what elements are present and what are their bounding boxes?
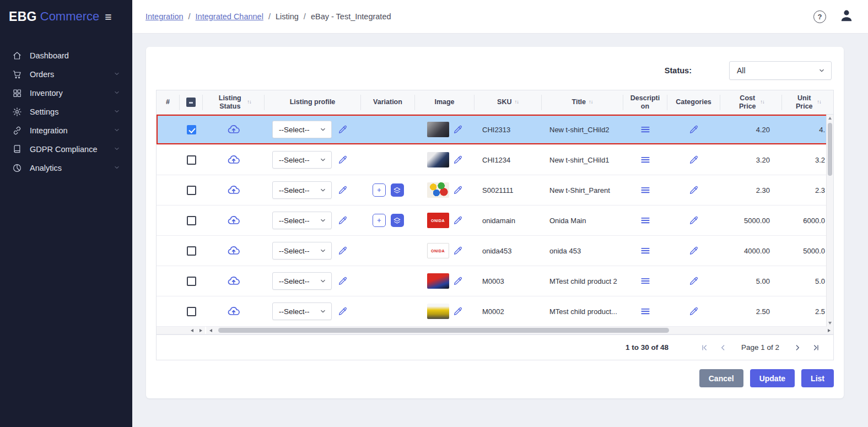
table-row[interactable]: --Select-- M0003 MTest child product 2 5… — [157, 266, 833, 296]
edit-image-icon[interactable] — [453, 215, 463, 225]
vertical-scrollbar[interactable] — [826, 115, 833, 327]
update-button[interactable]: Update — [750, 369, 795, 387]
sort-icon[interactable]: ↑↓ — [247, 99, 251, 105]
last-page-icon[interactable] — [812, 343, 821, 352]
description-icon[interactable] — [640, 185, 651, 196]
col-sku[interactable]: SKU↑↓ — [475, 95, 542, 110]
col-title[interactable]: Title↑↓ — [542, 95, 623, 110]
table-row[interactable]: --Select-- CHI2313 New t-shirt_CHild2 4.… — [157, 115, 833, 145]
listing-profile-select[interactable]: --Select-- — [272, 272, 332, 290]
sidebar-item-dashboard[interactable]: Dashboard — [0, 46, 132, 65]
listing-profile-select[interactable]: --Select-- — [272, 151, 332, 169]
edit-image-icon[interactable] — [453, 276, 463, 286]
horizontal-scroll-track[interactable] — [215, 327, 824, 334]
edit-image-icon[interactable] — [453, 306, 463, 316]
listing-status-upload-icon[interactable] — [227, 214, 240, 227]
sidebar-item-integration[interactable]: Integration — [0, 121, 132, 140]
edit-profile-icon[interactable] — [338, 155, 348, 165]
sort-icon[interactable]: ↑↓ — [589, 99, 593, 105]
help-icon[interactable]: ? — [813, 10, 826, 23]
listing-status-upload-icon[interactable] — [227, 244, 240, 257]
sort-icon[interactable]: ↑↓ — [817, 99, 821, 105]
description-icon[interactable] — [640, 124, 651, 135]
listing-status-upload-icon[interactable] — [227, 305, 240, 318]
breadcrumb-integration[interactable]: Integration — [145, 12, 184, 21]
frozen-pane-scrollbar[interactable] — [157, 327, 206, 334]
edit-profile-icon[interactable] — [338, 276, 348, 286]
row-checkbox[interactable] — [187, 246, 196, 256]
edit-categories-icon[interactable] — [689, 306, 699, 316]
vertical-scroll-track[interactable] — [827, 122, 833, 320]
edit-categories-icon[interactable] — [689, 185, 699, 195]
edit-categories-icon[interactable] — [689, 215, 699, 225]
listing-status-upload-icon[interactable] — [227, 183, 240, 197]
scroll-down-icon[interactable] — [827, 320, 833, 327]
edit-categories-icon[interactable] — [689, 155, 699, 165]
variation-layers-icon[interactable] — [391, 214, 404, 227]
scroll-up-icon[interactable] — [827, 115, 833, 122]
row-checkbox[interactable] — [187, 216, 196, 225]
vertical-scroll-thumb[interactable] — [828, 123, 832, 176]
edit-image-icon[interactable] — [453, 125, 463, 134]
add-variation-icon[interactable] — [373, 214, 386, 227]
main-pane-scrollbar[interactable] — [206, 327, 833, 334]
description-icon[interactable] — [640, 154, 651, 165]
edit-categories-icon[interactable] — [689, 246, 699, 256]
edit-profile-icon[interactable] — [338, 125, 348, 134]
description-icon[interactable] — [640, 215, 651, 226]
sort-icon[interactable]: ↑↓ — [760, 99, 764, 105]
edit-profile-icon[interactable] — [338, 306, 348, 316]
row-checkbox[interactable] — [187, 186, 196, 195]
row-checkbox[interactable] — [187, 307, 196, 316]
listing-status-upload-icon[interactable] — [227, 123, 240, 136]
edit-profile-icon[interactable] — [338, 215, 348, 225]
listing-profile-select[interactable]: --Select-- — [272, 212, 332, 229]
variation-layers-icon[interactable] — [391, 183, 404, 197]
table-row[interactable]: --Select-- ONIDA onida453 onida 453 4000… — [157, 236, 833, 266]
next-page-icon[interactable] — [793, 343, 802, 352]
cancel-button[interactable]: Cancel — [699, 369, 743, 387]
horizontal-scrollbar[interactable] — [157, 327, 833, 334]
listing-profile-select[interactable]: --Select-- — [272, 302, 332, 320]
sidebar-item-orders[interactable]: Orders — [0, 65, 132, 84]
listing-status-upload-icon[interactable] — [227, 153, 240, 166]
add-variation-icon[interactable] — [373, 183, 386, 197]
table-row[interactable]: --Select-- M0002 MTest child product... … — [157, 296, 833, 327]
description-icon[interactable] — [640, 306, 651, 317]
sidebar-item-settings[interactable]: Settings — [0, 102, 132, 121]
table-row[interactable]: --Select-- ONIDA onidamain — [157, 206, 833, 236]
listing-status-upload-icon[interactable] — [227, 274, 240, 288]
edit-image-icon[interactable] — [453, 246, 463, 256]
scroll-left-icon[interactable] — [187, 327, 196, 334]
scroll-right-icon[interactable] — [196, 327, 205, 334]
scroll-right-icon[interactable] — [824, 329, 833, 332]
edit-image-icon[interactable] — [453, 155, 463, 165]
edit-image-icon[interactable] — [453, 185, 463, 195]
sidebar-item-analytics[interactable]: Analytics — [0, 159, 132, 177]
listing-profile-select[interactable]: --Select-- — [272, 242, 332, 260]
horizontal-scroll-thumb[interactable] — [218, 328, 669, 333]
col-listing-status[interactable]: Listing Status↑↓ — [203, 95, 265, 110]
status-select[interactable]: All — [729, 61, 832, 80]
select-all-checkbox[interactable] — [186, 98, 196, 107]
list-button[interactable]: List — [801, 369, 834, 387]
first-page-icon[interactable] — [700, 343, 709, 352]
description-icon[interactable] — [640, 245, 651, 256]
table-row[interactable]: --Select-- S0021111 New — [157, 175, 833, 206]
listing-profile-select[interactable]: --Select-- — [272, 121, 332, 138]
edit-profile-icon[interactable] — [338, 246, 348, 256]
table-row[interactable]: --Select-- CHI1234 New t-shirt_CHild1 3.… — [157, 145, 833, 175]
row-checkbox[interactable] — [187, 155, 196, 165]
col-unit-price[interactable]: Unit Price↑↓ — [782, 95, 833, 110]
row-checkbox[interactable] — [187, 125, 196, 134]
sort-icon[interactable]: ↑↓ — [514, 99, 519, 105]
row-checkbox[interactable] — [187, 277, 196, 286]
description-icon[interactable] — [640, 275, 651, 287]
edit-categories-icon[interactable] — [689, 125, 699, 134]
edit-profile-icon[interactable] — [338, 185, 348, 195]
listing-profile-select[interactable]: --Select-- — [272, 181, 332, 199]
prev-page-icon[interactable] — [719, 343, 727, 352]
edit-categories-icon[interactable] — [689, 276, 699, 286]
scroll-left-icon[interactable] — [206, 329, 215, 332]
hamburger-menu-icon[interactable]: ≡ — [105, 11, 111, 23]
